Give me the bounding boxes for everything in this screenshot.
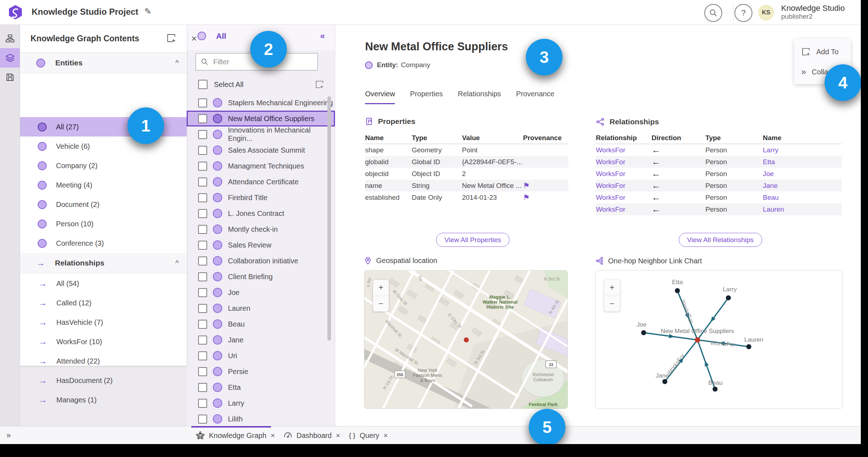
close-tab-icon[interactable]: ×: [383, 431, 388, 440]
user-info[interactable]: Knowledge Studio publisher2: [781, 4, 845, 20]
relationship-row[interactable]: WorksFor←PersonEtta: [596, 156, 842, 168]
geospatial-map[interactable]: + −: [364, 270, 568, 409]
detail-tab-relationships[interactable]: Relationships: [458, 90, 501, 104]
list-item[interactable]: Collaboration initiative: [187, 253, 335, 269]
entity-type-item[interactable]: Person (10): [20, 214, 187, 234]
entity-name-link[interactable]: Lauren: [763, 206, 842, 213]
graph-center-node[interactable]: [695, 337, 700, 343]
property-row[interactable]: establishedDate Only2014-01-23⚑: [365, 191, 568, 203]
select-all-checkbox[interactable]: [198, 80, 207, 89]
relationship-row[interactable]: WorksFor←PersonLarry: [596, 144, 842, 156]
item-checkbox[interactable]: [198, 304, 207, 313]
list-item[interactable]: Sales Review: [187, 237, 335, 253]
zoom-out-button[interactable]: −: [604, 296, 620, 312]
list-item[interactable]: Managment Techniques: [187, 158, 335, 174]
entity-name-link[interactable]: Etta: [763, 158, 842, 166]
relationship-link[interactable]: WorksFor: [596, 158, 652, 166]
graph-node[interactable]: [713, 387, 718, 392]
entity-name-link[interactable]: Joe: [763, 170, 842, 178]
property-row[interactable]: objectidObject ID2: [365, 168, 568, 180]
layers-icon[interactable]: [0, 48, 20, 68]
list-item[interactable]: Etta: [187, 379, 335, 395]
entity-type-item[interactable]: Document (2): [20, 195, 187, 214]
close-tab-icon[interactable]: ×: [336, 431, 340, 440]
property-row[interactable]: globalidGlobal ID{A228944F-0EF5-...: [365, 156, 568, 168]
collapse-panel-icon[interactable]: «: [320, 31, 325, 41]
graph-node[interactable]: [746, 344, 751, 349]
list-item[interactable]: Joe: [187, 285, 335, 300]
property-row[interactable]: shapeGeometryPoint: [365, 144, 568, 156]
add-selection-icon[interactable]: [315, 80, 324, 91]
list-item[interactable]: Lilith: [187, 411, 335, 427]
item-checkbox[interactable]: [198, 98, 207, 107]
relationship-type-item[interactable]: →HasDocument (2): [20, 371, 187, 390]
item-checkbox[interactable]: [198, 193, 207, 202]
item-checkbox[interactable]: [198, 383, 207, 392]
list-item[interactable]: Lauren: [187, 300, 335, 316]
graph-node[interactable]: [675, 288, 680, 293]
item-checkbox[interactable]: [198, 209, 207, 218]
list-item[interactable]: Persie: [187, 364, 335, 379]
entity-type-item[interactable]: Conference (3): [20, 234, 187, 253]
relationship-link[interactable]: WorksFor: [596, 182, 652, 190]
item-checkbox[interactable]: [198, 241, 207, 250]
list-item[interactable]: Uri: [187, 348, 335, 364]
entity-type-item[interactable]: Vehicle (6): [20, 137, 187, 156]
graph-node[interactable]: [662, 379, 667, 384]
list-item[interactable]: Firebird Title: [187, 190, 335, 206]
relationship-type-item[interactable]: →Attended (22): [20, 351, 187, 371]
item-checkbox[interactable]: [198, 336, 207, 345]
item-checkbox[interactable]: [198, 130, 207, 139]
item-checkbox[interactable]: [198, 257, 207, 266]
relationship-row[interactable]: WorksFor←PersonLauren: [596, 203, 842, 215]
relationship-type-item[interactable]: →HasVehicle (7): [20, 313, 187, 332]
chevron-up-icon[interactable]: ^: [176, 259, 179, 267]
item-checkbox[interactable]: [198, 288, 207, 297]
zoom-out-button[interactable]: −: [373, 296, 389, 312]
view-all-relationships-button[interactable]: View All Relationships: [679, 233, 762, 247]
list-item[interactable]: L. Jones Contract: [187, 206, 335, 221]
add-to-new-panel-icon[interactable]: [166, 33, 176, 45]
detail-tab-overview[interactable]: Overview: [365, 90, 395, 104]
item-checkbox[interactable]: [198, 399, 207, 408]
list-item[interactable]: Innovations in Mechanical Engin...: [187, 126, 335, 142]
relationship-type-item[interactable]: →Called (12): [20, 293, 187, 313]
property-row[interactable]: nameStringNew Metal Office ...⚑: [365, 180, 568, 191]
user-avatar[interactable]: KS: [758, 5, 774, 20]
close-tab-icon[interactable]: ×: [271, 431, 275, 440]
link-chart-panel[interactable]: + − WorksForWorksForWorksFor EttaLarryJo…: [595, 270, 843, 409]
relationships-group-header[interactable]: → Relationships ^: [20, 253, 187, 273]
item-checkbox[interactable]: [198, 114, 207, 123]
item-checkbox[interactable]: [198, 225, 207, 234]
entity-name-link[interactable]: Beau: [763, 194, 842, 202]
tab-dashboard[interactable]: Dashboard ×: [284, 426, 340, 444]
hierarchy-icon[interactable]: [0, 29, 20, 48]
view-all-properties-button[interactable]: View All Properties: [436, 233, 509, 247]
relationship-link[interactable]: WorksFor: [596, 194, 652, 202]
list-item[interactable]: Larry: [187, 395, 335, 411]
list-scrollbar[interactable]: [327, 96, 331, 341]
zoom-in-button[interactable]: +: [604, 280, 620, 296]
graph-node[interactable]: [726, 295, 731, 300]
item-checkbox[interactable]: [198, 415, 207, 424]
add-to-menu-item[interactable]: Add To: [794, 42, 851, 62]
provenance-flag-icon[interactable]: ⚑: [523, 193, 568, 202]
relationship-row[interactable]: WorksFor←PersonJane: [596, 180, 842, 191]
map-zoom-control[interactable]: + −: [373, 280, 389, 311]
detail-tab-properties[interactable]: Properties: [410, 90, 443, 104]
list-item[interactable]: Montly check-in: [187, 221, 335, 237]
help-button[interactable]: ?: [734, 4, 752, 22]
item-checkbox[interactable]: [198, 367, 207, 376]
entities-group-header[interactable]: Entities ^: [20, 53, 187, 73]
relationship-type-item[interactable]: →WorksFor (10): [20, 332, 187, 351]
provenance-flag-icon[interactable]: ⚑: [523, 181, 568, 190]
list-item[interactable]: Client Briefing: [187, 269, 335, 285]
search-button[interactable]: [704, 4, 722, 22]
entity-type-item[interactable]: Company (2): [20, 156, 187, 175]
chevron-up-icon[interactable]: ^: [176, 59, 179, 67]
relationship-link[interactable]: WorksFor: [596, 146, 652, 154]
tab-query[interactable]: { } Query ×: [349, 426, 388, 444]
close-panel-icon[interactable]: ×: [191, 33, 197, 44]
item-checkbox[interactable]: [198, 351, 207, 360]
relationship-row[interactable]: WorksFor←PersonBeau: [596, 191, 842, 203]
